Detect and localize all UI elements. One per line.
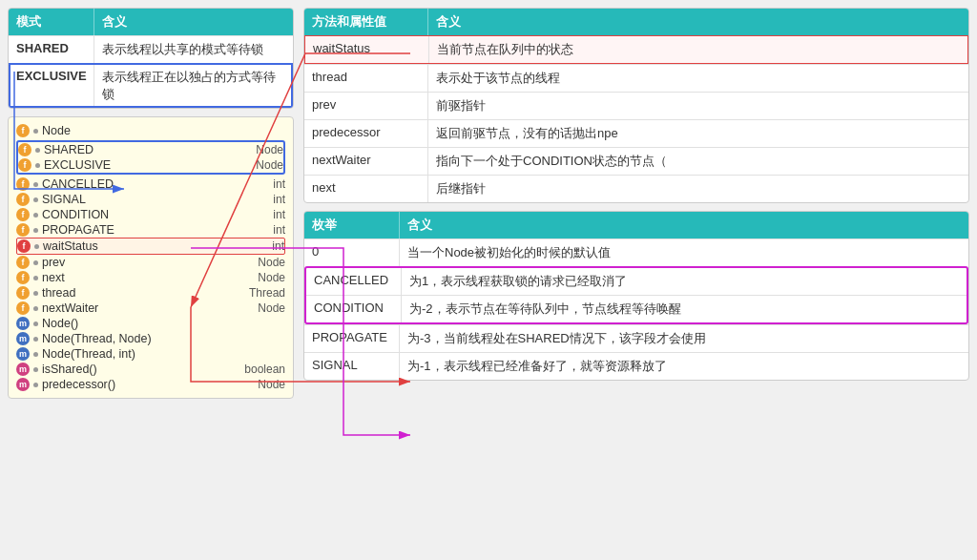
class-node-constructor1: m Node(): [16, 316, 285, 331]
propagate-type: int: [273, 223, 285, 237]
class-thread: f thread Thread: [16, 285, 285, 301]
methods-prev-label: prev: [304, 93, 428, 119]
thread-icon: f: [16, 286, 30, 300]
isshared-type: boolean: [244, 363, 285, 376]
ctor2-icon: m: [16, 332, 30, 345]
enum-row-cancelled: CANCELLED 为1，表示线程获取锁的请求已经取消了: [306, 268, 967, 295]
next-name: next: [42, 271, 254, 284]
methods-predecessor-label: predecessor: [304, 120, 428, 147]
exclusive-icon: f: [18, 158, 31, 172]
propagate-icon: f: [16, 223, 30, 237]
class-signal: f SIGNAL int: [16, 192, 285, 207]
shared-exclusive-group: f SHARED Node f EXCLUSIVE Node: [16, 140, 285, 175]
methods-thread-desc: 表示处于该节点的线程: [428, 65, 968, 92]
nextwaiter-dot: [33, 306, 38, 311]
mode-row-shared: SHARED 表示线程以共享的模式等待锁: [9, 35, 293, 63]
isshared-dot: [33, 367, 38, 372]
ctor1-name: Node(): [42, 317, 285, 330]
enum-condition-desc: 为-2，表示节点在等待队列中，节点线程等待唤醒: [402, 296, 967, 322]
mode-shared-label: SHARED: [9, 36, 94, 63]
methods-col2-header: 含义: [428, 9, 968, 35]
next-type: Node: [258, 271, 285, 284]
isshared-name: isShared(): [42, 363, 240, 376]
methods-row-nextwaiter: nextWaiter 指向下一个处于CONDITION状态的节点（: [304, 147, 968, 175]
class-predecessor: m predecessor() Node: [16, 377, 285, 392]
methods-row-next: next 后继指针: [304, 175, 968, 202]
methods-row-prev: prev 前驱指针: [304, 92, 968, 119]
class-prev: f prev Node: [16, 255, 285, 270]
methods-waitstatus-label: waitStatus: [305, 36, 429, 63]
methods-thread-label: thread: [304, 65, 428, 92]
ctor3-dot: [33, 352, 38, 357]
predecessor-type: Node: [258, 378, 285, 391]
cancelled-icon: f: [16, 177, 30, 191]
ctor3-icon: m: [16, 347, 30, 361]
next-dot: [33, 276, 38, 280]
condition-dot: [33, 213, 38, 218]
class-nextwaiter: f nextWaiter Node: [16, 301, 285, 316]
shared-icon: f: [18, 143, 31, 156]
mode-row-exclusive: EXCLUSIVE 表示线程正在以独占的方式等待锁: [9, 63, 293, 108]
methods-row-predecessor: predecessor 返回前驱节点，没有的话抛出npe: [304, 119, 968, 147]
methods-predecessor-desc: 返回前驱节点，没有的话抛出npe: [428, 120, 968, 147]
signal-dot: [33, 197, 38, 202]
methods-waitstatus-desc: 当前节点在队列中的状态: [429, 36, 967, 63]
prev-type: Node: [258, 256, 285, 269]
waitstatus-name: waitStatus: [43, 239, 268, 253]
methods-table: 方法和属性值 含义 waitStatus 当前节点在队列中的状态 thread …: [303, 8, 969, 203]
enum-cancelled-label: CANCELLED: [306, 268, 402, 295]
enum-table: 枚举 含义 0 当一个Node被初始化的时候的默认值 CANCELLED 为1，…: [303, 211, 969, 381]
mode-table: 模式 含义 SHARED 表示线程以共享的模式等待锁 EXCLUSIVE 表示线…: [8, 8, 294, 109]
thread-dot: [33, 291, 38, 296]
shared-type: Node: [256, 143, 283, 156]
enum-signal-label: SIGNAL: [304, 353, 400, 380]
cancelled-dot: [33, 182, 38, 187]
enum-0-desc: 当一个Node被初始化的时候的默认值: [400, 239, 968, 266]
propagate-dot: [33, 228, 38, 233]
propagate-name: PROPAGATE: [42, 223, 269, 237]
ctor1-dot: [33, 321, 38, 326]
mode-table-header: 模式 含义: [9, 9, 293, 35]
exclusive-dot: [35, 163, 40, 168]
signal-icon: f: [16, 193, 30, 206]
exclusive-name: EXCLUSIVE: [44, 158, 252, 172]
condition-icon: f: [16, 208, 30, 221]
methods-prev-desc: 前驱指针: [428, 93, 968, 119]
class-cancelled: f CANCELLED int: [16, 176, 285, 192]
prev-dot: [33, 260, 38, 265]
nextwaiter-name: nextWaiter: [42, 301, 254, 315]
right-panel: 方法和属性值 含义 waitStatus 当前节点在队列中的状态 thread …: [303, 8, 969, 552]
methods-next-label: next: [304, 176, 428, 202]
enum-propagate-desc: 为-3，当前线程处在SHARED情况下，该字段才会使用: [400, 325, 968, 352]
class-node-constructor2: m Node(Thread, Node): [16, 331, 285, 346]
cancelled-type: int: [273, 177, 285, 191]
enum-row-propagate: PROPAGATE 为-3，当前线程处在SHARED情况下，该字段才会使用: [304, 324, 968, 352]
mode-exclusive-label: EXCLUSIVE: [9, 64, 94, 108]
thread-type: Thread: [249, 286, 285, 300]
next-icon: f: [16, 271, 30, 284]
condition-name: CONDITION: [42, 208, 269, 221]
prev-icon: f: [16, 256, 30, 269]
nextwaiter-icon: f: [16, 301, 30, 315]
mode-exclusive-desc: 表示线程正在以独占的方式等待锁: [94, 64, 293, 108]
ctor2-name: Node(Thread, Node): [42, 332, 285, 345]
methods-col1-header: 方法和属性值: [304, 9, 428, 35]
thread-name: thread: [42, 286, 245, 300]
ctor3-name: Node(Thread, int): [42, 347, 285, 361]
signal-type: int: [273, 193, 285, 206]
methods-row-thread: thread 表示处于该节点的线程: [304, 64, 968, 92]
enum-row-0: 0 当一个Node被初始化的时候的默认值: [304, 239, 968, 266]
methods-table-header: 方法和属性值 含义: [304, 9, 968, 35]
waitstatus-icon: f: [17, 239, 31, 253]
predecessor-dot: [33, 383, 38, 387]
ctor2-dot: [33, 337, 38, 342]
class-node-constructor3: m Node(Thread, int): [16, 346, 285, 362]
exclusive-type: Node: [256, 158, 283, 172]
enum-condition-label: CONDITION: [306, 296, 402, 322]
node-icon: f: [16, 124, 30, 137]
condition-type: int: [273, 208, 285, 221]
waitstatus-type: int: [272, 239, 284, 253]
methods-nextwaiter-desc: 指向下一个处于CONDITION状态的节点（: [428, 148, 968, 175]
enum-row-signal: SIGNAL 为-1，表示线程已经准备好了，就等资源释放了: [304, 352, 968, 380]
shared-name: SHARED: [44, 143, 252, 156]
